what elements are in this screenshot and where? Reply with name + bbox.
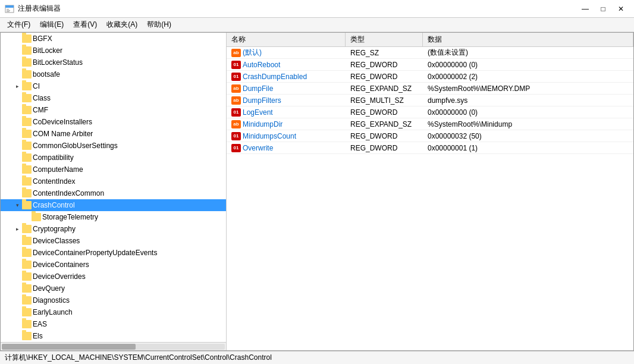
table-row[interactable]: abMinidumpDirREG_EXPAND_SZ%SystemRoot%\M… xyxy=(227,118,633,130)
no-arrow xyxy=(12,153,22,162)
reg-name: MinidumpDir xyxy=(243,120,283,128)
tree-item-label: DeviceOverrides xyxy=(33,272,86,281)
no-arrow xyxy=(12,165,22,174)
tree-item-contentindex[interactable]: ContentIndex xyxy=(1,175,226,187)
tree-item-label: Diagnostics xyxy=(33,296,70,305)
tree-item-bgfx[interactable]: BGFX xyxy=(1,33,226,45)
folder-icon xyxy=(22,153,32,162)
folder-icon xyxy=(22,165,32,174)
tree-item-devquery[interactable]: DevQuery xyxy=(1,283,226,294)
folder-icon xyxy=(22,332,32,340)
menu-item-f[interactable]: 文件(F) xyxy=(2,18,35,31)
no-arrow xyxy=(12,70,22,79)
no-arrow xyxy=(12,319,22,329)
tree-item-label: EAS xyxy=(33,320,47,328)
tree-item-commonglobusersettings[interactable]: CommonGlobUserSettings xyxy=(1,140,226,152)
table-row[interactable]: 01AutoRebootREG_DWORD0x00000000 (0) xyxy=(227,59,633,71)
cell-name: 01CrashDumpEnabled xyxy=(227,72,346,81)
tree-item-deviceoverrides[interactable]: DeviceOverrides xyxy=(1,271,226,283)
cell-type: REG_DWORD xyxy=(346,143,423,153)
folder-icon xyxy=(22,177,32,186)
col-header-data[interactable]: 数据 xyxy=(423,33,633,46)
folder-icon xyxy=(22,70,32,79)
reg-icon-ab: ab xyxy=(231,84,241,93)
cell-name: abMinidumpDir xyxy=(227,120,346,129)
tree-item-deviceclasses[interactable]: DeviceClasses xyxy=(1,235,226,247)
reg-icon-dword: 01 xyxy=(231,132,241,140)
tree-item-label: Els xyxy=(33,332,43,340)
expand-arrow[interactable]: ▾ xyxy=(12,200,22,210)
tree-item-cmf[interactable]: CMF xyxy=(1,104,226,116)
table-row[interactable]: 01CrashDumpEnabledREG_DWORD0x00000002 (2… xyxy=(227,71,633,83)
table-row[interactable]: abDumpFiltersREG_MULTI_SZdumpfve.sys xyxy=(227,95,633,106)
cell-data: 0x00000002 (2) xyxy=(423,72,633,81)
reg-name: LogEvent xyxy=(243,108,273,117)
tree-item-bitlockerstatus[interactable]: BitLockerStatus xyxy=(1,57,226,68)
tree-item-contentindexcommon[interactable]: ContentIndexCommon xyxy=(1,187,226,199)
reg-name: MinidumpsCount xyxy=(243,132,296,140)
folder-icon xyxy=(22,142,32,150)
tree-item-storagetelemetry[interactable]: StorageTelemetry xyxy=(1,211,226,223)
tree-item-bootsafe[interactable]: bootsafe xyxy=(1,68,226,80)
cell-data: (数值未设置) xyxy=(423,47,633,58)
cell-type: REG_DWORD xyxy=(346,72,423,81)
reg-icon-ab: ab xyxy=(231,120,241,128)
folder-icon xyxy=(22,58,32,67)
tree-item-codeviceinstallers[interactable]: CoDeviceInstallers xyxy=(1,116,226,128)
tree-item-crashcontrol[interactable]: ▾CrashControl xyxy=(1,199,226,211)
folder-icon xyxy=(32,213,41,221)
reg-name: Overwrite xyxy=(243,144,273,152)
registry-tree: BGFXBitLockerBitLockerStatusbootsafe▸CIC… xyxy=(1,33,226,342)
expand-arrow[interactable]: ▸ xyxy=(12,224,22,234)
no-arrow xyxy=(12,141,22,150)
col-header-name[interactable]: 名称 xyxy=(227,33,346,46)
tree-item-devicecontainers[interactable]: DeviceContainers xyxy=(1,259,226,271)
tree-item-label: DeviceContainers xyxy=(33,261,89,269)
table-row[interactable]: abDumpFileREG_EXPAND_SZ%SystemRoot%\MEMO… xyxy=(227,83,633,95)
tree-item-computername[interactable]: ComputerName xyxy=(1,164,226,175)
table-row[interactable]: ab(默认)REG_SZ(数值未设置) xyxy=(227,47,633,59)
tree-item-earlylaunch[interactable]: EarlyLaunch xyxy=(1,306,226,318)
cell-type: REG_DWORD xyxy=(346,60,423,70)
tree-item-class[interactable]: Class xyxy=(1,92,226,104)
menu-item-a[interactable]: 收藏夹(A) xyxy=(102,18,142,31)
no-arrow xyxy=(22,212,32,222)
folder-icon xyxy=(22,106,32,114)
menu-item-v[interactable]: 查看(V) xyxy=(68,18,102,31)
folder-icon xyxy=(22,308,32,316)
tree-item-compatibility[interactable]: Compatibility xyxy=(1,152,226,164)
tree-item-ci[interactable]: ▸CI xyxy=(1,80,226,92)
window-title: 注册表编辑器 xyxy=(18,4,61,14)
tree-item-label: DevQuery xyxy=(33,284,65,293)
menu-item-e[interactable]: 编辑(E) xyxy=(35,18,68,31)
close-button[interactable]: ✕ xyxy=(613,3,629,15)
folder-icon xyxy=(22,130,32,138)
minimize-button[interactable]: — xyxy=(577,3,594,15)
tree-item-cryptography[interactable]: ▸Cryptography xyxy=(1,223,226,235)
tree-item-bitlocker[interactable]: BitLocker xyxy=(1,45,226,57)
no-arrow xyxy=(12,260,22,269)
tree-item-label: EarlyLaunch xyxy=(33,308,73,316)
cell-type: REG_DWORD xyxy=(346,131,423,141)
maximize-button[interactable]: □ xyxy=(595,3,611,15)
expand-arrow[interactable]: ▸ xyxy=(12,81,22,91)
table-row[interactable]: 01OverwriteREG_DWORD0x00000001 (1) xyxy=(227,142,633,154)
tree-item-eas[interactable]: EAS xyxy=(1,318,226,330)
tree-item-diagnostics[interactable]: Diagnostics xyxy=(1,294,226,306)
svg-rect-2 xyxy=(7,9,9,10)
tree-item-label: CrashControl xyxy=(33,201,75,209)
status-path: 计算机\HKEY_LOCAL_MACHINE\SYSTEM\CurrentCon… xyxy=(5,353,272,363)
table-row[interactable]: 01LogEventREG_DWORD0x00000000 (0) xyxy=(227,106,633,118)
tree-item-devicecontainerproperty[interactable]: DeviceContainerPropertyUpdateEvents xyxy=(1,247,226,259)
col-header-type[interactable]: 类型 xyxy=(346,33,423,46)
folder-icon xyxy=(22,237,32,245)
table-row[interactable]: 01MinidumpsCountREG_DWORD0x00000032 (50) xyxy=(227,130,633,142)
menu-item-h[interactable]: 帮助(H) xyxy=(142,18,176,31)
no-arrow xyxy=(12,117,22,127)
no-arrow xyxy=(12,236,22,246)
tree-item-comname[interactable]: COM Name Arbiter xyxy=(1,128,226,140)
registry-icon xyxy=(5,4,14,14)
tree-item-label: CMF xyxy=(33,106,48,114)
reg-icon-ab: ab xyxy=(231,96,241,105)
tree-item-els[interactable]: Els xyxy=(1,330,226,342)
